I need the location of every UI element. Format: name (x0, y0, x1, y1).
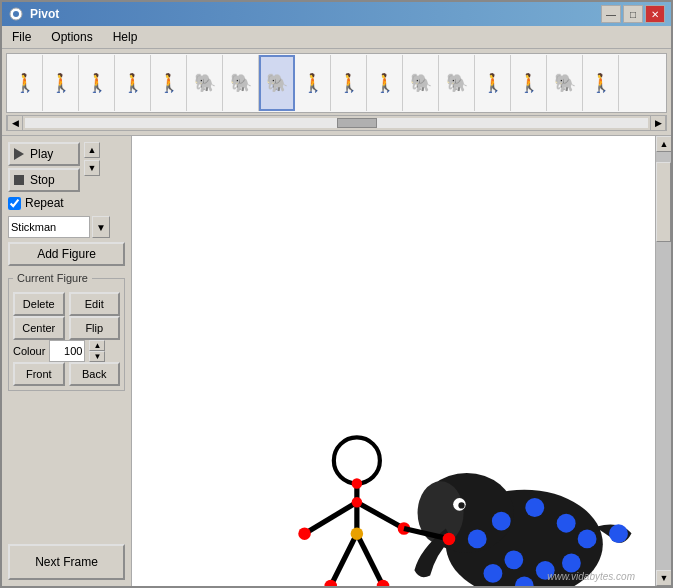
scroll-down-arrow[interactable]: ▼ (84, 160, 100, 176)
filmstrip-frame[interactable]: 🚶 (115, 55, 151, 111)
add-figure-button[interactable]: Add Figure (8, 242, 125, 266)
horizontal-scrollbar[interactable]: ◀ ▶ (6, 115, 667, 131)
svg-point-29 (504, 550, 523, 569)
filmstrip-frame[interactable]: 🚶 (511, 55, 547, 111)
svg-point-31 (484, 564, 503, 583)
canvas-area: www.vidabytes.com ▲ ▼ (132, 136, 671, 586)
svg-point-28 (578, 529, 597, 548)
title-bar: Pivot — □ ✕ (2, 2, 671, 26)
maximize-button[interactable]: □ (623, 5, 643, 23)
delete-edit-row: Delete Edit (13, 292, 120, 316)
minimize-button[interactable]: — (601, 5, 621, 23)
filmstrip-frame[interactable]: 🐘 (403, 55, 439, 111)
close-button[interactable]: ✕ (645, 5, 665, 23)
filmstrip-frame[interactable]: 🚶 (331, 55, 367, 111)
main-window: Pivot — □ ✕ File Options Help 🚶 🚶 🚶 🚶 🚶 … (0, 0, 673, 588)
scroll-right-arrow[interactable]: ▶ (650, 115, 666, 131)
scroll-down-button[interactable]: ▼ (656, 570, 671, 586)
scroll-up-button[interactable]: ▲ (656, 136, 671, 152)
filmstrip-frame[interactable]: 🚶 (151, 55, 187, 111)
menu-options[interactable]: Options (45, 28, 98, 46)
animation-canvas[interactable] (132, 136, 655, 586)
stop-button[interactable]: Stop (8, 168, 80, 192)
spinner-arrows: ▲ ▼ (89, 340, 105, 362)
scrollbar-track (25, 118, 648, 128)
filmstrip-frame[interactable]: 🚶 (583, 55, 619, 111)
repeat-checkbox[interactable] (8, 197, 21, 210)
edit-button[interactable]: Edit (69, 292, 121, 316)
current-figure-legend: Current Figure (13, 272, 92, 284)
figure-dropdown-row: ▼ (8, 216, 125, 238)
filmstrip-frame[interactable]: 🚶 (79, 55, 115, 111)
vertical-scrollbar: ▲ ▼ (655, 136, 671, 586)
left-panel: Play Stop Repeat ▲ ▼ (2, 136, 132, 586)
colour-label: Colour (13, 345, 45, 357)
svg-point-32 (562, 554, 581, 573)
filmstrip: 🚶 🚶 🚶 🚶 🚶 🐘 🐘 🐘 🚶 🚶 🚶 🐘 🐘 🚶 🚶 🐘 🚶 (6, 53, 667, 113)
scroll-thumb[interactable] (656, 162, 671, 242)
playback-buttons: Play Stop Repeat (8, 142, 80, 210)
play-button[interactable]: Play (8, 142, 80, 166)
filmstrip-frame-selected[interactable]: 🐘 (259, 55, 295, 111)
svg-point-8 (352, 478, 362, 488)
pivot-icon (8, 6, 24, 22)
center-flip-row: Center Flip (13, 316, 120, 340)
filmstrip-frame[interactable]: 🚶 (43, 55, 79, 111)
colour-row: Colour ▲ ▼ (13, 340, 120, 362)
filmstrip-frames: 🚶 🚶 🚶 🚶 🚶 🐘 🐘 🐘 🚶 🚶 🚶 🐘 🐘 🚶 🚶 🐘 🚶 (7, 54, 619, 112)
svg-point-27 (557, 514, 576, 533)
scrollbar-thumb[interactable] (337, 118, 377, 128)
svg-point-2 (334, 437, 380, 483)
spinner-down[interactable]: ▼ (89, 351, 105, 362)
scroll-track (656, 152, 671, 570)
back-button[interactable]: Back (69, 362, 121, 386)
delete-button[interactable]: Delete (13, 292, 65, 316)
svg-point-34 (609, 524, 628, 543)
title-buttons: — □ ✕ (601, 5, 665, 23)
next-frame-button[interactable]: Next Frame (8, 544, 125, 580)
filmstrip-frame[interactable]: 🐘 (547, 55, 583, 111)
watermark: www.vidabytes.com (547, 571, 635, 582)
canvas-inner: www.vidabytes.com (132, 136, 655, 586)
playback-group: Play Stop Repeat ▲ ▼ (8, 142, 125, 210)
filmstrip-frame[interactable]: 🐘 (439, 55, 475, 111)
svg-point-26 (525, 498, 544, 517)
svg-point-24 (458, 502, 464, 508)
repeat-label: Repeat (25, 196, 64, 210)
menu-file[interactable]: File (6, 28, 37, 46)
repeat-row: Repeat (8, 196, 80, 210)
stop-icon (14, 175, 24, 185)
menu-bar: File Options Help (2, 26, 671, 49)
scroll-up-arrow[interactable]: ▲ (84, 142, 100, 158)
svg-line-6 (331, 534, 357, 586)
filmstrip-frame[interactable]: 🚶 (7, 55, 43, 111)
svg-point-12 (351, 527, 364, 540)
colour-input[interactable] (49, 340, 85, 362)
current-figure-group: Current Figure Delete Edit Center Flip C… (8, 272, 125, 391)
svg-point-9 (352, 497, 362, 507)
menu-help[interactable]: Help (107, 28, 144, 46)
main-area: Play Stop Repeat ▲ ▼ (2, 136, 671, 586)
svg-line-4 (305, 502, 357, 533)
scroll-arrows-v: ▲ ▼ (84, 142, 100, 176)
play-icon (14, 148, 24, 160)
svg-point-1 (13, 11, 19, 17)
filmstrip-frame[interactable]: 🚶 (295, 55, 331, 111)
filmstrip-frame[interactable]: 🐘 (223, 55, 259, 111)
flip-button[interactable]: Flip (69, 316, 121, 340)
dropdown-arrow-button[interactable]: ▼ (92, 216, 110, 238)
spinner-up[interactable]: ▲ (89, 340, 105, 351)
figure-select-group: ▼ Add Figure (8, 216, 125, 266)
svg-point-10 (298, 527, 311, 540)
filmstrip-frame[interactable]: 🐘 (187, 55, 223, 111)
svg-point-35 (468, 529, 487, 548)
filmstrip-frame[interactable]: 🚶 (475, 55, 511, 111)
front-button[interactable]: Front (13, 362, 65, 386)
front-back-row: Front Back (13, 362, 120, 386)
scroll-left-arrow[interactable]: ◀ (7, 115, 23, 131)
figure-select-input[interactable] (8, 216, 90, 238)
svg-line-7 (357, 534, 383, 586)
svg-point-37 (443, 533, 456, 546)
filmstrip-frame[interactable]: 🚶 (367, 55, 403, 111)
center-button[interactable]: Center (13, 316, 65, 340)
